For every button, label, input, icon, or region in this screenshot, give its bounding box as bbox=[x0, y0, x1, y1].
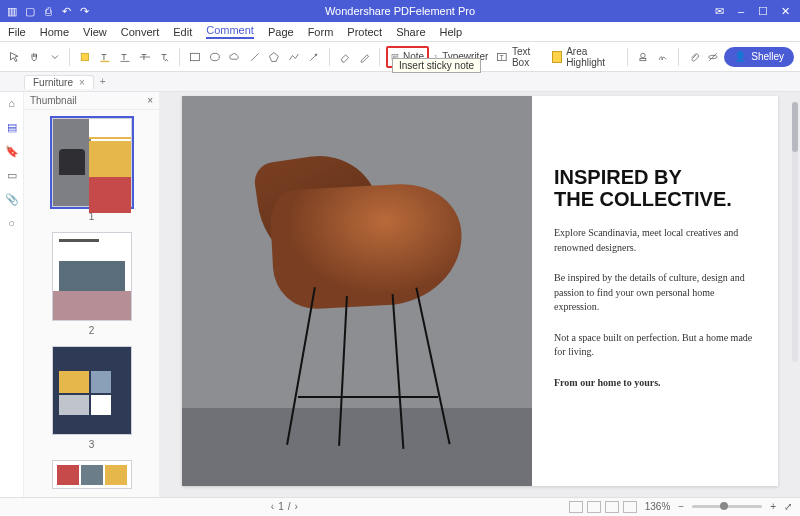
caret-insert-icon[interactable]: T bbox=[156, 46, 174, 68]
layers-icon[interactable]: ▭ bbox=[5, 168, 19, 182]
user-icon: 👤 bbox=[734, 51, 746, 62]
close-button[interactable]: ✕ bbox=[776, 3, 794, 19]
thumbnails-icon[interactable]: ▤ bbox=[5, 120, 19, 134]
hide-comments-icon[interactable] bbox=[704, 46, 722, 68]
user-account-pill[interactable]: 👤 Shelley bbox=[724, 47, 794, 67]
mail-icon[interactable]: ✉ bbox=[710, 3, 728, 19]
menu-convert[interactable]: Convert bbox=[121, 26, 160, 38]
page-paragraph: Explore Scandinavia, meet local creative… bbox=[554, 226, 756, 255]
prev-page-button[interactable]: ‹ bbox=[271, 501, 274, 512]
thumbnail-page-1[interactable] bbox=[52, 118, 132, 207]
eraser-icon[interactable] bbox=[336, 46, 354, 68]
add-tab-button[interactable]: + bbox=[100, 76, 106, 87]
zoom-slider[interactable] bbox=[692, 505, 762, 508]
svg-point-9 bbox=[210, 53, 219, 60]
thumbnail-number: 2 bbox=[89, 325, 95, 336]
underline-a-icon[interactable]: T bbox=[96, 46, 114, 68]
next-page-button[interactable]: › bbox=[295, 501, 298, 512]
menu-protect[interactable]: Protect bbox=[347, 26, 382, 38]
thumbnail-page-4[interactable] bbox=[52, 460, 132, 489]
arrow-shape-icon[interactable] bbox=[305, 46, 323, 68]
menu-share[interactable]: Share bbox=[396, 26, 425, 38]
menu-edit[interactable]: Edit bbox=[173, 26, 192, 38]
cloud-shape-icon[interactable] bbox=[226, 46, 244, 68]
highlight-text-icon[interactable] bbox=[76, 46, 94, 68]
workspace: ⌂ ▤ 🔖 ▭ 📎 ○ Thumbnail × 1 2 3 bbox=[0, 92, 800, 497]
view-cont-facing-icon[interactable] bbox=[623, 501, 637, 513]
signature-icon[interactable] bbox=[654, 46, 672, 68]
tab-close-icon[interactable]: × bbox=[79, 77, 85, 88]
document-canvas[interactable]: INSPIRED BY THE COLLECTIVE. Explore Scan… bbox=[160, 92, 800, 497]
thumbnail-panel-close-icon[interactable]: × bbox=[147, 95, 153, 106]
menu-comment[interactable]: Comment bbox=[206, 24, 254, 39]
menu-view[interactable]: View bbox=[83, 26, 107, 38]
view-mode-group bbox=[569, 501, 637, 513]
menu-file[interactable]: File bbox=[8, 26, 26, 38]
hand-tool-icon[interactable] bbox=[26, 46, 44, 68]
bookmarks-icon[interactable]: 🔖 bbox=[5, 144, 19, 158]
underline-icon[interactable]: T bbox=[116, 46, 134, 68]
page-view: INSPIRED BY THE COLLECTIVE. Explore Scan… bbox=[182, 96, 778, 486]
document-tab[interactable]: Furniture × bbox=[24, 75, 94, 89]
fit-page-button[interactable]: ⤢ bbox=[784, 501, 792, 512]
undo-icon[interactable]: ↶ bbox=[60, 5, 72, 17]
page-paragraph-strong: From our home to yours. bbox=[554, 376, 756, 391]
line-shape-icon[interactable] bbox=[246, 46, 264, 68]
stamp-icon[interactable] bbox=[634, 46, 652, 68]
titlebar-quick-access: ▥ ▢ ⎙ ↶ ↷ bbox=[6, 5, 90, 17]
heading-line-2: THE COLLECTIVE. bbox=[554, 188, 732, 210]
view-continuous-icon[interactable] bbox=[587, 501, 601, 513]
zoom-value: 136% bbox=[645, 501, 671, 512]
print-icon[interactable]: ⎙ bbox=[42, 5, 54, 17]
page-separator: / bbox=[288, 501, 291, 512]
thumbnail-page-2[interactable] bbox=[52, 232, 132, 321]
pencil-icon[interactable] bbox=[356, 46, 374, 68]
svg-text:T: T bbox=[500, 53, 504, 60]
svg-rect-8 bbox=[191, 53, 200, 60]
tab-label: Furniture bbox=[33, 77, 73, 88]
page-paragraph: Not a space built on perfection. But a h… bbox=[554, 331, 756, 360]
separator bbox=[379, 48, 380, 66]
svg-text:T: T bbox=[101, 51, 107, 61]
rectangle-shape-icon[interactable] bbox=[186, 46, 204, 68]
thumbnail-list[interactable]: 1 2 3 bbox=[24, 110, 159, 497]
minimize-button[interactable]: – bbox=[732, 3, 750, 19]
menu-help[interactable]: Help bbox=[440, 26, 463, 38]
connected-lines-icon[interactable] bbox=[285, 46, 303, 68]
menu-home[interactable]: Home bbox=[40, 26, 69, 38]
svg-text:T: T bbox=[161, 51, 167, 61]
thumbnail-panel-header: Thumbnail × bbox=[24, 92, 159, 110]
user-label: Shelley bbox=[751, 51, 784, 62]
zoom-out-button[interactable]: − bbox=[678, 501, 684, 512]
select-tool-icon[interactable] bbox=[6, 46, 24, 68]
menu-bar: File Home View Convert Edit Comment Page… bbox=[0, 22, 800, 42]
view-single-icon[interactable] bbox=[569, 501, 583, 513]
view-facing-icon[interactable] bbox=[605, 501, 619, 513]
comments-panel-icon[interactable]: ○ bbox=[5, 216, 19, 230]
window-controls: ✉ – ☐ ✕ bbox=[710, 3, 794, 19]
oval-shape-icon[interactable] bbox=[206, 46, 224, 68]
dropdown-icon[interactable] bbox=[46, 46, 64, 68]
home-icon[interactable]: ⌂ bbox=[5, 96, 19, 110]
polygon-shape-icon[interactable] bbox=[265, 46, 283, 68]
page-navigator: ‹ 1 / › bbox=[271, 501, 298, 512]
menu-page[interactable]: Page bbox=[268, 26, 294, 38]
maximize-button[interactable]: ☐ bbox=[754, 3, 772, 19]
thumbnail-panel: Thumbnail × 1 2 3 bbox=[24, 92, 160, 497]
open-folder-icon[interactable]: ▢ bbox=[24, 5, 36, 17]
vertical-scrollbar[interactable] bbox=[792, 102, 798, 362]
svg-rect-22 bbox=[640, 58, 646, 60]
area-highlight-button[interactable]: Area Highlight bbox=[549, 46, 621, 68]
menu-form[interactable]: Form bbox=[308, 26, 334, 38]
redo-icon[interactable]: ↷ bbox=[78, 5, 90, 17]
attachments-panel-icon[interactable]: 📎 bbox=[5, 192, 19, 206]
status-bar: ‹ 1 / › 136% − + ⤢ bbox=[0, 497, 800, 515]
zoom-in-button[interactable]: + bbox=[770, 501, 776, 512]
separator bbox=[329, 48, 330, 66]
thumbnail-page-3[interactable] bbox=[52, 346, 132, 435]
strikethrough-icon[interactable]: T bbox=[136, 46, 154, 68]
page-current[interactable]: 1 bbox=[278, 501, 284, 512]
attachment-icon[interactable] bbox=[685, 46, 703, 68]
textbox-button[interactable]: T Text Box bbox=[493, 46, 547, 68]
svg-line-12 bbox=[310, 54, 317, 61]
